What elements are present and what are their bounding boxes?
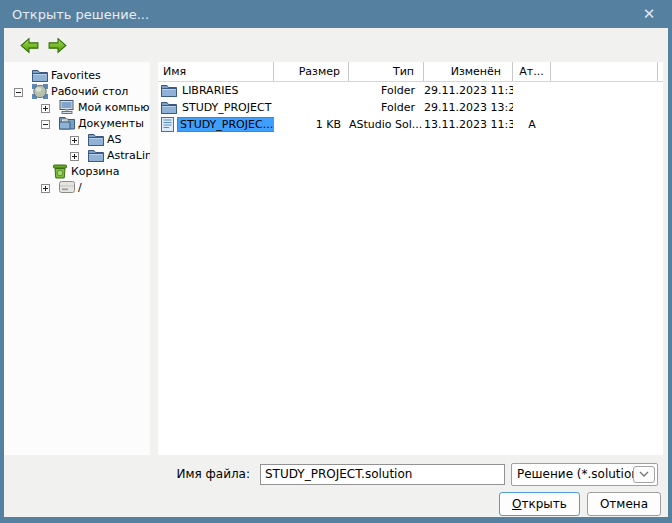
file-type: Folder [349,84,424,97]
folder-icon [88,149,104,162]
dialog-title: Открыть решение... [12,7,149,22]
solution-file-icon [161,117,174,132]
desktop-icon [32,84,48,99]
file-modified: 29.11.2023 13:23 [424,101,513,114]
file-modified: 13.11.2023 11:39 [424,118,513,131]
filter-selected-value: Решение (*.solution) [512,467,644,481]
forward-button[interactable] [44,33,70,57]
file-attributes: A [513,118,551,131]
expand-toggle-icon[interactable] [41,183,50,192]
tree-item-astralinux[interactable]: AstraLinux [4,147,150,163]
tree-item-documents[interactable]: Документы [4,115,150,131]
file-modified: 29.11.2023 11:37 [424,84,513,97]
tree-item-label: Корзина [71,165,119,178]
chevron-down-icon[interactable] [633,466,655,483]
documents-folder-icon [59,116,75,130]
tree-item-label: Мой компьютер [78,101,150,114]
file-row-study-project-solution[interactable]: STUDY_PROJEC... 1 KB AStudio Sol... 13.1… [158,116,663,133]
file-type-filter-select[interactable]: Решение (*.solution) [511,463,658,486]
title-bar[interactable]: Открыть решение... ✕ [0,0,672,28]
file-name: LIBRARIES [180,84,240,97]
tree-item-label: / [78,181,82,194]
collapse-toggle-icon[interactable] [41,119,50,128]
main-area: Favorites Рабочий стол [4,62,668,455]
tree-item-desktop[interactable]: Рабочий стол [4,83,150,99]
collapse-toggle-icon[interactable] [14,87,23,96]
file-type: AStudio Sol... [349,118,424,131]
open-solution-dialog: Открыть решение... ✕ [0,0,672,523]
folder-icon [32,69,48,82]
drive-icon [59,181,75,193]
list-header: Имя Размер Тип Изменён Ат... [158,62,663,82]
file-size: 1 KB [274,118,349,131]
cancel-button[interactable]: Отмена [587,492,661,516]
tree-item-label: AstraLinux [107,149,150,162]
column-header-type[interactable]: Тип [349,62,424,81]
close-icon[interactable]: ✕ [638,3,660,25]
tree-item-trash[interactable]: Корзина [4,163,150,179]
filename-label: Имя файла: [4,467,260,481]
tree-item-label: Рабочий стол [51,85,128,98]
file-name: STUDY_PROJECT [180,101,273,114]
expand-toggle-icon[interactable] [41,103,50,112]
header-filler [658,62,663,81]
file-row-study-project-folder[interactable]: STUDY_PROJECT Folder 29.11.2023 13:23 [158,99,663,116]
column-header-size[interactable]: Размер [274,62,349,81]
tree-item-as[interactable]: AS [4,131,150,147]
folder-icon [88,133,104,146]
folder-tree: Favorites Рабочий стол [4,62,150,455]
dialog-footer: Имя файла: Решение (*.solution) Открыть … [4,455,668,517]
open-button[interactable]: Открыть [499,492,580,516]
dialog-content: Favorites Рабочий стол [4,28,668,517]
tree-item-label: Документы [78,117,144,130]
trash-icon [52,164,68,179]
back-arrow-icon [19,36,40,55]
file-row-libraries[interactable]: LIBRARIES Folder 29.11.2023 11:37 [158,82,663,99]
forward-arrow-icon [47,36,68,55]
column-header-modified[interactable]: Изменён [424,62,513,81]
filename-input[interactable] [260,464,505,485]
file-list: Имя Размер Тип Изменён Ат... LIBRARIES [158,62,663,455]
column-header-attributes[interactable]: Ат... [513,62,551,81]
tree-item-my-computer[interactable]: Мой компьютер [4,99,150,115]
tree-item-label: Favorites [51,69,101,82]
expand-toggle-icon[interactable] [70,135,79,144]
back-button[interactable] [16,33,42,57]
column-header-empty[interactable] [551,62,658,81]
tree-item-favorites[interactable]: Favorites [4,67,150,83]
file-type: Folder [349,101,424,114]
file-name-selected: STUDY_PROJEC... [177,117,274,132]
folder-icon [161,84,177,97]
folder-icon [161,101,177,114]
computer-icon [59,100,75,114]
tree-item-label: AS [107,133,122,146]
column-header-name[interactable]: Имя [158,62,274,81]
expand-toggle-icon[interactable] [70,151,79,160]
panel-splitter[interactable] [150,62,158,455]
tree-item-root[interactable]: / [4,179,150,195]
navigation-toolbar [4,28,668,62]
